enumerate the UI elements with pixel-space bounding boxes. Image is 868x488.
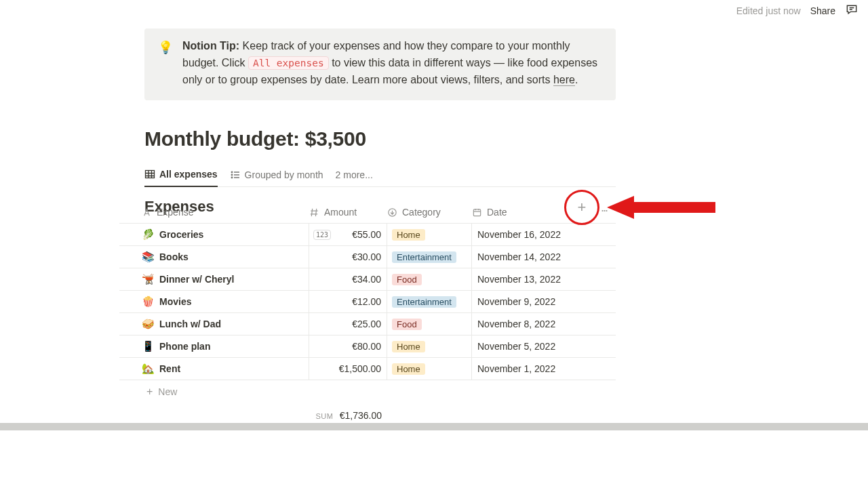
category-cell[interactable]: Home — [387, 336, 472, 357]
date-cell[interactable]: November 5, 2022 — [472, 341, 574, 352]
category-cell[interactable]: Home — [387, 358, 472, 380]
tab-label: All expenses — [159, 169, 218, 180]
new-row-label: New — [158, 386, 177, 397]
new-row-button[interactable]: + New — [119, 380, 616, 403]
amount-value: €1,500.00 — [339, 363, 381, 374]
sum-value: €1,736.00 — [340, 410, 382, 421]
amount-value: €34.00 — [352, 274, 381, 285]
date-cell[interactable]: November 16, 2022 — [472, 229, 574, 240]
view-tabs: All expenses Grouped by month 2 more... — [144, 163, 616, 187]
amount-value: €80.00 — [352, 341, 381, 352]
share-button[interactable]: Share — [810, 5, 835, 16]
lightbulb-icon: 💡 — [158, 38, 173, 88]
expenses-table: Expense Amount Category Date 🥬Groceries1… — [119, 201, 616, 426]
row-emoji-icon: 🍿 — [142, 296, 154, 308]
category-cell[interactable]: Home — [387, 224, 472, 245]
date-value: November 8, 2022 — [477, 319, 555, 329]
footer-divider — [0, 423, 868, 430]
column-options-button[interactable]: ··· — [601, 203, 607, 218]
table-header-row: Expense Amount Category Date — [119, 201, 616, 224]
number-property-icon — [309, 207, 319, 218]
tip-bold: Notion Tip: — [182, 40, 239, 52]
amount-cell[interactable]: €30.00 — [309, 246, 387, 268]
expense-name: Movies — [159, 296, 191, 307]
table-row: 🫕Dinner w/ Cheryl€34.00FoodNovember 13, … — [119, 268, 616, 291]
date-cell[interactable]: November 14, 2022 — [472, 251, 574, 262]
category-tag: Food — [392, 274, 422, 285]
category-cell[interactable]: Food — [387, 313, 472, 335]
tabs-more[interactable]: 2 more... — [336, 169, 373, 180]
table-row: 🏡Rent€1,500.00HomeNovember 1, 2022 — [119, 358, 616, 380]
column-header-amount[interactable]: Amount — [309, 207, 387, 218]
tip-here-link[interactable]: here — [553, 74, 575, 86]
comments-icon[interactable] — [845, 3, 859, 18]
expense-cell[interactable]: 🍿Movies — [119, 291, 309, 312]
category-cell[interactable]: Food — [387, 268, 472, 290]
svg-point-2 — [231, 174, 232, 175]
expense-cell[interactable]: 📚Books — [119, 246, 309, 268]
expense-cell[interactable]: 📱Phone plan — [119, 336, 309, 357]
date-cell[interactable]: November 1, 2022 — [472, 363, 574, 374]
expense-name: Books — [159, 251, 189, 262]
row-emoji-icon: 🫕 — [142, 273, 154, 285]
annotation-circle: + — [564, 190, 599, 225]
svg-point-1 — [231, 171, 232, 172]
tip-code-pill: All expenses — [248, 56, 329, 70]
expense-cell[interactable]: 🫕Dinner w/ Cheryl — [119, 268, 309, 290]
expense-cell[interactable]: 🏡Rent — [119, 358, 309, 380]
expense-cell[interactable]: 🥪Lunch w/ Dad — [119, 313, 309, 335]
edited-timestamp: Edited just now — [736, 5, 801, 16]
amount-cell[interactable]: €1,500.00 — [309, 358, 387, 380]
category-tag: Entertainment — [392, 296, 456, 308]
category-cell[interactable]: Entertainment — [387, 291, 472, 312]
tab-label: Grouped by month — [245, 169, 323, 180]
category-tag: Home — [392, 341, 425, 352]
tip-callout: 💡 Notion Tip: Keep track of your expense… — [144, 28, 616, 100]
table-icon — [144, 169, 155, 180]
amount-cell[interactable]: 123€55.00 — [309, 224, 387, 245]
select-property-icon — [387, 207, 397, 218]
date-cell[interactable]: November 13, 2022 — [472, 274, 574, 285]
date-property-icon — [472, 207, 482, 218]
column-header-date[interactable]: Date — [472, 207, 574, 218]
column-header-category[interactable]: Category — [387, 207, 472, 218]
table-row: 🥬Groceries123€55.00HomeNovember 16, 2022 — [119, 224, 616, 246]
expense-name: Dinner w/ Cheryl — [159, 274, 234, 285]
tab-grouped-by-month[interactable]: Grouped by month — [230, 163, 323, 187]
date-value: November 16, 2022 — [477, 229, 561, 240]
table-row: 📱Phone plan€80.00HomeNovember 5, 2022 — [119, 336, 616, 358]
date-value: November 9, 2022 — [477, 296, 555, 307]
expense-name: Lunch w/ Dad — [159, 319, 221, 329]
page-heading: Monthly budget: $3,500 — [144, 127, 616, 150]
add-column-button[interactable]: + — [578, 199, 587, 216]
row-emoji-icon: 🥬 — [142, 228, 154, 241]
column-header-expense[interactable]: Expense — [119, 207, 309, 218]
category-tag: Home — [392, 363, 425, 375]
list-icon — [230, 169, 241, 180]
tab-all-expenses[interactable]: All expenses — [144, 163, 218, 187]
row-emoji-icon: 📚 — [142, 251, 154, 263]
number-format-badge[interactable]: 123 — [313, 230, 331, 240]
date-cell[interactable]: November 8, 2022 — [472, 319, 574, 329]
amount-value: €55.00 — [352, 229, 381, 240]
amount-cell[interactable]: €12.00 — [309, 291, 387, 312]
date-value: November 1, 2022 — [477, 363, 555, 374]
amount-cell[interactable]: €34.00 — [309, 268, 387, 290]
amount-value: €30.00 — [352, 251, 381, 262]
expense-cell[interactable]: 🥬Groceries — [119, 224, 309, 245]
plus-icon: + — [146, 386, 153, 398]
amount-value: €12.00 — [352, 296, 381, 307]
amount-value: €25.00 — [352, 319, 381, 329]
category-tag: Food — [392, 319, 422, 330]
date-cell[interactable]: November 9, 2022 — [472, 296, 574, 307]
category-cell[interactable]: Entertainment — [387, 246, 472, 268]
svg-rect-5 — [473, 209, 480, 216]
category-tag: Entertainment — [392, 251, 456, 263]
expense-name: Groceries — [159, 229, 203, 240]
table-row: 🥪Lunch w/ Dad€25.00FoodNovember 8, 2022 — [119, 313, 616, 336]
expense-name: Phone plan — [159, 341, 210, 352]
amount-cell[interactable]: €80.00 — [309, 336, 387, 357]
amount-cell[interactable]: €25.00 — [309, 313, 387, 335]
row-emoji-icon: 🥪 — [142, 318, 154, 330]
svg-rect-0 — [146, 170, 155, 178]
